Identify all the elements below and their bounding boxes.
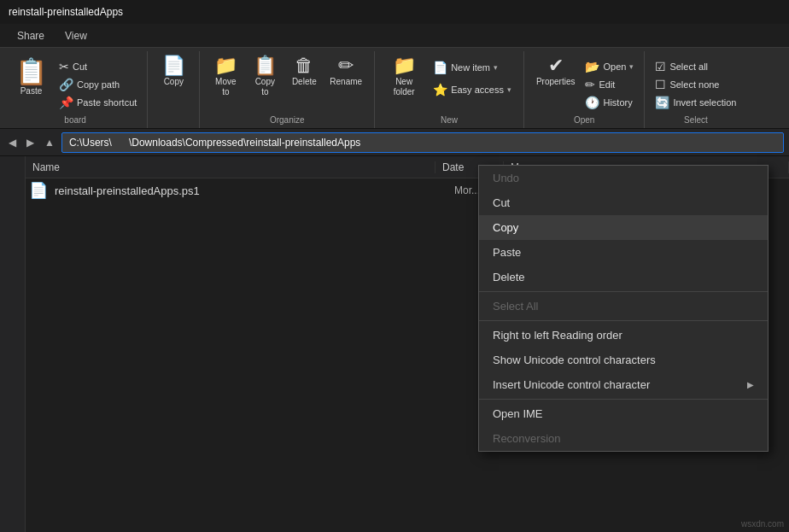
delete-button[interactable]: 🗑 Delete [285,55,323,89]
new-folder-label: Newfolder [394,77,415,97]
ctx-undo-label: Undo [493,172,519,184]
address-bar: ◀ ▶ ▲ [0,129,789,156]
new-folder-button[interactable]: 📁 Newfolder [382,55,426,99]
select-col: ☑ Select all ☐ Select none 🔄 Invert sele… [652,55,739,111]
ctx-paste-label: Paste [493,246,521,259]
copy-group-buttons: 📄 Copy [155,51,192,128]
move-to-button[interactable]: 📁 Moveto [207,55,244,99]
select-all-button[interactable]: ☑ Select all [652,58,739,75]
copy-to-icon: 📋 [254,56,277,75]
context-menu: Undo Cut Copy Paste Delete Select All Ri… [478,165,769,452]
rename-button[interactable]: ✏ Rename [324,55,367,89]
edit-button[interactable]: ✏ Edit [582,76,637,93]
copy-path-button[interactable]: 🔗 Copy path [56,76,140,93]
edit-icon: ✏ [585,78,595,91]
ctx-open-ime[interactable]: Open IME [479,401,768,426]
open-button[interactable]: 📂 Open ▾ [582,58,637,75]
move-icon: 📁 [214,56,237,75]
select-group: ☑ Select all ☐ Select none 🔄 Invert sele… [645,51,746,128]
easy-access-button[interactable]: ⭐ Easy access ▾ [428,80,517,99]
new-group: 📁 Newfolder 📄 New item ▾ ⭐ Easy access ▾… [375,51,524,128]
new-item-button[interactable]: 📄 New item ▾ [428,58,517,77]
nav-back[interactable]: ◀ [5,137,20,149]
paste-shortcut-label: Paste shortcut [77,97,137,108]
nav-up[interactable]: ▲ [41,137,58,149]
ctx-cut[interactable]: Cut [479,190,768,215]
ctx-reconversion-label: Reconversion [493,432,561,445]
ctx-select-all-label: Select All [493,300,538,313]
edit-label: Edit [599,79,615,90]
new-group-label: New [441,115,458,125]
file-name: reinstall-preinstalledApps.ps1 [55,184,386,197]
copy-button[interactable]: 📄 Copy [155,55,192,89]
cut-icon: ✂ [59,60,69,73]
organize-group-label: Organize [270,115,305,125]
ctx-sep-3 [479,399,768,400]
file-icon: 📄 [29,181,48,200]
ctx-sep-1 [479,291,768,292]
easy-access-arrow: ▾ [507,85,511,94]
copy-path-icon: 🔗 [59,78,73,91]
tab-share[interactable]: Share [7,26,55,45]
ctx-rtl[interactable]: Right to left Reading order [479,323,768,348]
tab-view[interactable]: View [55,26,97,45]
new-item-label: New item [451,62,490,73]
paste-label: Paste [20,86,43,96]
nav-forward[interactable]: ▶ [23,137,38,149]
new-item-arrow: ▾ [494,63,498,72]
copy-to-button[interactable]: 📋 Copyto [246,55,283,99]
history-button[interactable]: 🕐 History [582,94,637,111]
clipboard-buttons: 📋 Paste ✂ Cut 🔗 Copy path 📌 Paste shortc… [10,51,140,111]
rename-label: Rename [330,77,362,87]
cut-button[interactable]: ✂ Cut [56,58,140,75]
file-area: Name Date Mor... 📄 reinstall-preinstalle… [0,156,789,532]
col-name-header[interactable]: Name [26,161,435,173]
ctx-unicode-insert[interactable]: Insert Unicode control character ▶ [479,372,768,397]
nav-pane [0,156,26,532]
ctx-paste[interactable]: Paste [479,240,768,265]
ctx-unicode-insert-label: Insert Unicode control character [493,378,650,391]
properties-icon: ✔ [548,56,564,75]
open-group: ✔ Properties 📂 Open ▾ ✏ Edit 🕐 History [524,51,646,128]
select-all-label: Select all [669,61,708,72]
address-input[interactable] [61,132,784,153]
select-none-label: Select none [669,79,719,90]
invert-selection-button[interactable]: 🔄 Invert selection [652,94,739,111]
paste-shortcut-icon: 📌 [59,96,73,109]
clipboard-group-label: board [64,115,86,125]
title-bar: reinstall-preinstalledApps [0,0,789,24]
clipboard-small-buttons: ✂ Cut 🔗 Copy path 📌 Paste shortcut [56,55,140,111]
easy-access-label: Easy access [451,85,504,95]
ctx-undo: Undo [479,166,768,190]
watermark: wsxdn.com [741,519,784,529]
copy-path-label: Copy path [77,79,120,90]
invert-icon: 🔄 [655,96,669,109]
copy-icon: 📄 [162,56,185,75]
copy-group: 📄 Copy [148,51,200,128]
history-icon: 🕐 [585,96,599,109]
open-arrow: ▾ [629,62,634,71]
ctx-unicode-show-label: Show Unicode control characters [493,354,656,366]
select-none-button[interactable]: ☐ Select none [652,76,739,93]
ctx-cut-label: Cut [493,196,510,209]
delete-icon: 🗑 [295,56,313,75]
open-icon: 📂 [585,60,599,73]
properties-button[interactable]: ✔ Properties [531,55,581,89]
paste-icon: 📋 [15,56,47,86]
ctx-rtl-label: Right to left Reading order [493,329,622,342]
properties-label: Properties [536,77,576,87]
new-item-icon: 📄 [433,61,447,74]
new-item-col: 📄 New item ▾ ⭐ Easy access ▾ [428,55,517,99]
ctx-unicode-show[interactable]: Show Unicode control characters [479,348,768,372]
ribbon-tabs: Share View [0,24,789,48]
delete-label: Delete [292,77,317,87]
open-col: 📂 Open ▾ ✏ Edit 🕐 History [582,55,637,111]
paste-button[interactable]: 📋 Paste [10,55,52,111]
copy-to-label: Copyto [255,77,275,97]
cut-label: Cut [73,61,87,72]
ctx-delete[interactable]: Delete [479,265,768,289]
select-none-icon: ☐ [655,78,666,91]
ctx-open-ime-label: Open IME [493,407,543,420]
ctx-copy[interactable]: Copy [479,215,768,240]
paste-shortcut-button[interactable]: 📌 Paste shortcut [56,94,140,111]
